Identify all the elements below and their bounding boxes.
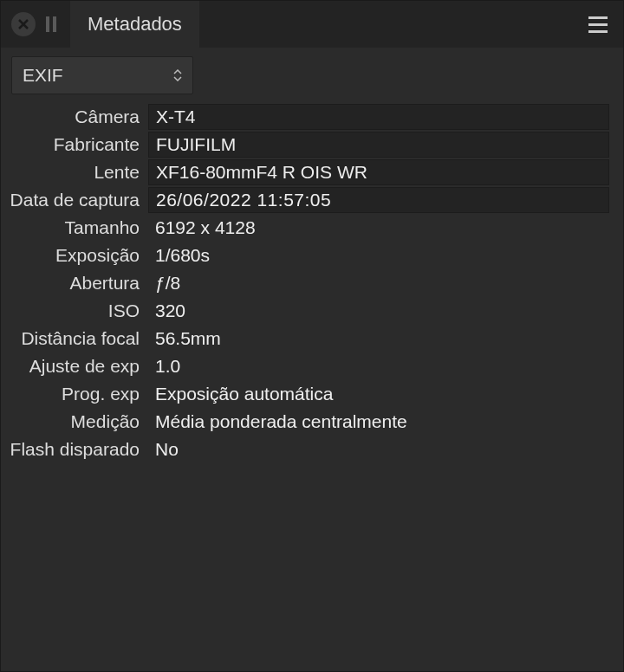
field-label: Câmera — [4, 107, 148, 127]
field-label: ISO — [4, 300, 148, 321]
field-row: Data de captura 26/06/2022 11:57:05 — [4, 186, 609, 214]
field-value[interactable]: XF16-80mmF4 R OIS WR — [148, 159, 609, 185]
field-value: ƒ/8 — [148, 270, 609, 296]
field-row: Exposição1/680s — [4, 242, 609, 269]
panel-header: Metadados — [1, 1, 623, 48]
field-label: Flash disparado — [4, 439, 148, 460]
pause-icon — [46, 16, 56, 32]
menu-button[interactable] — [588, 16, 608, 33]
field-row: Ajuste de exp1.0 — [4, 352, 609, 380]
field-row: Prog. expExposição automática — [4, 380, 609, 408]
selector-row: EXIF — [1, 48, 623, 98]
field-row: Aberturaƒ/8 — [4, 269, 609, 297]
field-value: 1/680s — [148, 242, 609, 268]
field-value: 56.5mm — [148, 326, 609, 352]
field-label: Data de captura — [4, 190, 148, 210]
field-value: Média ponderada centralmente — [148, 409, 609, 435]
field-row: CâmeraX-T4 — [4, 103, 609, 131]
field-row: ISO320 — [4, 297, 609, 325]
field-value[interactable]: FUJIFILM — [148, 132, 609, 158]
field-value: No — [148, 436, 609, 462]
field-label: Medição — [4, 411, 148, 432]
field-value: Exposição automática — [148, 381, 609, 407]
field-value: 6192 x 4128 — [148, 215, 609, 241]
field-value: 1.0 — [148, 353, 609, 379]
fields-list: CâmeraX-T4FabricanteFUJIFILMLenteXF16-80… — [1, 98, 623, 463]
metadata-panel: Metadados EXIF CâmeraX-T4FabricanteFUJIF… — [0, 0, 624, 672]
tab-metadata[interactable]: Metadados — [70, 1, 199, 48]
close-button[interactable] — [11, 12, 36, 36]
field-row: Distância focal56.5mm — [4, 325, 609, 352]
field-label: Tamanho — [4, 217, 148, 238]
field-label: Prog. exp — [4, 384, 148, 404]
field-row: Tamanho6192 x 4128 — [4, 214, 609, 242]
field-row: LenteXF16-80mmF4 R OIS WR — [4, 158, 609, 186]
hamburger-icon — [588, 16, 608, 19]
chevron-updown-icon — [173, 69, 182, 81]
field-label: Abertura — [4, 273, 148, 294]
metadata-type-selector[interactable]: EXIF — [11, 56, 193, 94]
field-value[interactable]: 26/06/2022 11:57:05 — [148, 187, 609, 213]
field-value[interactable]: X-T4 — [148, 104, 609, 130]
field-row: FabricanteFUJIFILM — [4, 131, 609, 158]
field-label: Exposição — [4, 245, 148, 266]
field-label: Ajuste de exp — [4, 356, 148, 377]
field-label: Fabricante — [4, 134, 148, 155]
field-value: 320 — [148, 298, 609, 324]
tab-label: Metadados — [88, 13, 182, 36]
field-row: Flash disparadoNo — [4, 436, 609, 463]
selector-value: EXIF — [23, 65, 63, 86]
field-row: MediçãoMédia ponderada centralmente — [4, 408, 609, 436]
field-label: Lente — [4, 162, 148, 183]
field-label: Distância focal — [4, 328, 148, 349]
close-icon — [17, 18, 29, 30]
